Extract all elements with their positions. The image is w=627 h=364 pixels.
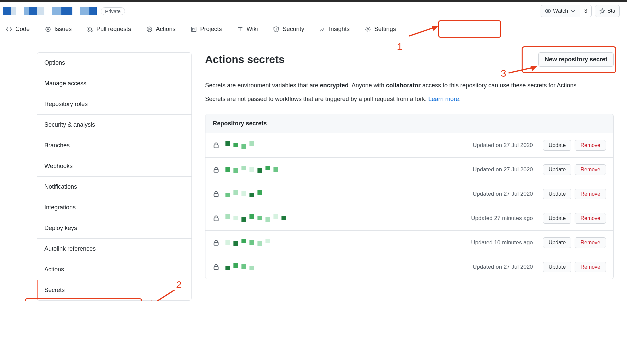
repo-header: Private Watch 3 Sta	[0, 2, 627, 20]
remove-button[interactable]: Remove	[575, 262, 606, 272]
update-button[interactable]: Update	[543, 189, 572, 199]
tab-settings-label: Settings	[374, 26, 396, 33]
secret-name-redacted	[225, 190, 467, 198]
tab-issues[interactable]: Issues	[42, 21, 74, 37]
sidebar-item-repository-roles[interactable]: Repository roles	[37, 94, 191, 115]
intro-1d: collaborator	[386, 82, 421, 89]
lock-icon	[213, 142, 219, 149]
annotation-arrow-1	[408, 25, 438, 38]
pr-icon	[87, 26, 93, 32]
visibility-badge: Private	[101, 7, 125, 15]
secret-actions: UpdateRemove	[543, 262, 606, 272]
lock-icon	[213, 191, 219, 197]
repo-actions: Watch 3 Sta	[537, 5, 620, 17]
tab-code-label: Code	[15, 26, 30, 33]
update-button[interactable]: Update	[543, 237, 572, 248]
svg-rect-15	[214, 145, 218, 148]
settings-main: Actions secrets New repository secret 3 …	[205, 52, 614, 301]
sidebar-item-deploy-keys[interactable]: Deploy keys	[37, 218, 191, 239]
tab-settings[interactable]: Settings	[362, 21, 399, 37]
tab-security[interactable]: Security	[270, 21, 307, 37]
svg-point-0	[547, 10, 549, 12]
sidebar-item-actions[interactable]: Actions	[37, 259, 191, 280]
sidebar-item-manage-access[interactable]: Manage access	[37, 73, 191, 94]
secret-row: Updated on 27 Jul 2020UpdateRemove	[205, 255, 613, 279]
secret-actions: UpdateRemove	[543, 189, 606, 199]
learn-more-link[interactable]: Learn more	[428, 96, 459, 102]
issues-icon	[45, 26, 51, 32]
sidebar-item-options[interactable]: Options	[37, 53, 191, 73]
secret-name-redacted	[225, 239, 465, 246]
secret-actions: UpdateRemove	[543, 213, 606, 224]
update-button[interactable]: Update	[543, 164, 572, 175]
intro-2a: Secrets are not passed to workflows that…	[205, 96, 428, 102]
tab-insights[interactable]: Insights	[317, 21, 352, 37]
remove-button[interactable]: Remove	[575, 164, 606, 175]
secret-updated: Updated on 27 Jul 2020	[473, 264, 533, 270]
secret-updated: Updated on 27 Jul 2020	[473, 142, 533, 149]
insights-icon	[320, 26, 326, 32]
intro-1c: . Anyone with	[349, 82, 386, 89]
update-button[interactable]: Update	[543, 262, 572, 272]
tab-insights-label: Insights	[329, 26, 350, 33]
tab-pull-requests[interactable]: Pull requests	[84, 21, 134, 37]
settings-container: OptionsManage accessRepository rolesSecu…	[0, 39, 627, 301]
secret-row: Updated 27 minutes agoUpdateRemove	[205, 206, 613, 231]
sidebar-item-security-analysis[interactable]: Security & analysis	[37, 115, 191, 135]
tab-issues-label: Issues	[54, 26, 72, 33]
remove-button[interactable]: Remove	[575, 140, 606, 151]
secret-name-redacted	[225, 142, 467, 149]
lock-icon	[213, 215, 219, 222]
update-button[interactable]: Update	[543, 140, 572, 151]
remove-button[interactable]: Remove	[575, 213, 606, 224]
tab-code[interactable]: Code	[3, 21, 32, 37]
tab-wiki[interactable]: Wiki	[234, 21, 260, 37]
gear-icon	[365, 26, 371, 32]
svg-point-5	[91, 30, 92, 32]
tab-actions-label: Actions	[156, 26, 175, 33]
sidebar-item-autolink-references[interactable]: Autolink references	[37, 239, 191, 259]
secret-updated: Updated on 27 Jul 2020	[473, 191, 533, 197]
tab-wiki-label: Wiki	[246, 26, 258, 33]
lock-icon	[213, 264, 219, 270]
main-header: Actions secrets New repository secret	[205, 52, 614, 73]
secret-updated: Updated 27 minutes ago	[471, 215, 533, 222]
intro-text: Secrets are environment variables that a…	[205, 81, 614, 104]
sidebar-item-branches[interactable]: Branches	[37, 135, 191, 156]
tab-projects[interactable]: Projects	[188, 21, 224, 37]
repo-name-redacted	[3, 7, 97, 15]
tab-projects-label: Projects	[200, 26, 222, 33]
watch-count[interactable]: 3	[580, 5, 591, 17]
tab-actions[interactable]: Actions	[144, 21, 178, 37]
watch-label: Watch	[553, 8, 568, 14]
secret-updated: Updated on 27 Jul 2020	[473, 166, 533, 173]
secret-name-redacted	[225, 263, 467, 271]
page-title: Actions secrets	[205, 53, 284, 66]
lock-icon	[213, 166, 219, 173]
star-label: Sta	[607, 8, 615, 14]
sidebar-item-integrations[interactable]: Integrations	[37, 197, 191, 218]
secret-row: Updated on 27 Jul 2020UpdateRemove	[205, 158, 613, 182]
repo-tabnav: Code Issues Pull requests Actions Projec…	[0, 20, 627, 39]
secret-row: Updated on 27 Jul 2020UpdateRemove	[205, 133, 613, 158]
svg-rect-17	[214, 194, 218, 197]
sidebar-item-webhooks[interactable]: Webhooks	[37, 156, 191, 177]
svg-marker-10	[432, 26, 438, 31]
star-icon	[599, 8, 605, 14]
remove-button[interactable]: Remove	[575, 189, 606, 199]
sidebar-item-secrets[interactable]: Secrets	[37, 280, 191, 300]
secret-name-redacted	[225, 215, 465, 222]
intro-1a: Secrets are environment variables that a…	[205, 82, 320, 89]
eye-icon	[545, 8, 551, 14]
remove-button[interactable]: Remove	[575, 237, 606, 248]
intro-1b: encrypted	[320, 82, 349, 89]
star-button-group[interactable]: Sta	[595, 5, 620, 17]
projects-icon	[191, 26, 197, 32]
svg-point-4	[88, 30, 89, 32]
tab-security-label: Security	[282, 26, 304, 33]
watch-button-group[interactable]: Watch 3	[541, 5, 592, 17]
secret-actions: UpdateRemove	[543, 237, 606, 248]
sidebar-item-notifications[interactable]: Notifications	[37, 177, 191, 197]
update-button[interactable]: Update	[543, 213, 572, 224]
new-repository-secret-button[interactable]: New repository secret	[538, 52, 614, 67]
